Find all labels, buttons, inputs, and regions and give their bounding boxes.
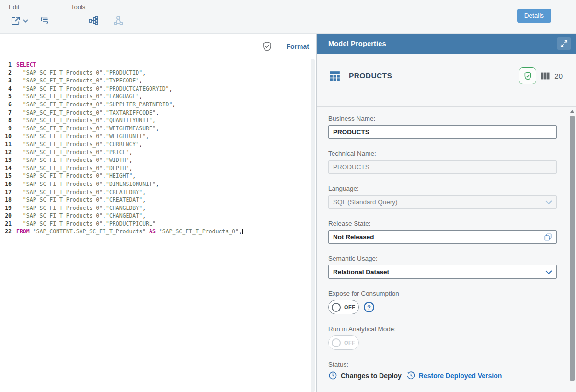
status-label: Status:: [328, 361, 557, 368]
tools-group: Tools: [71, 0, 126, 33]
sql-code-line[interactable]: 1SELECT: [0, 61, 316, 69]
entity-header-row: PRODUCTS 20: [328, 66, 563, 85]
edit-group-label: Edit: [9, 3, 51, 11]
sql-code-text: "SAP_SC_FI_T_Products_0"."DEPTH",: [16, 164, 132, 173]
line-number: 12: [0, 149, 12, 157]
sql-code-line[interactable]: 17 "SAP_SC_FI_T_Products_0"."CREATEDBY",: [0, 188, 316, 196]
sql-code-line[interactable]: 13 "SAP_SC_FI_T_Products_0"."WIDTH",: [0, 156, 316, 164]
language-select: SQL (Standard Query): [328, 195, 557, 209]
editor-scrollbar[interactable]: [311, 59, 315, 392]
sql-code-text: "SAP_SC_FI_T_Products_0"."CHANGEDBY",: [16, 204, 146, 212]
scrollbar-up-arrow-icon[interactable]: [570, 110, 574, 113]
sql-code-line[interactable]: 16 "SAP_SC_FI_T_Products_0"."DIMENSIONUN…: [0, 180, 316, 188]
share-icon: [10, 15, 21, 26]
line-number: 13: [0, 156, 12, 164]
sql-code-line[interactable]: 9 "SAP_SC_FI_T_Products_0"."WEIGHTMEASUR…: [0, 125, 316, 133]
sql-code-text: "SAP_SC_FI_T_Products_0"."TYPECODE",: [16, 77, 142, 85]
sql-code-line[interactable]: 12 "SAP_SC_FI_T_Products_0"."PRICE",: [0, 149, 316, 157]
business-name-value: PRODUCTS: [333, 128, 369, 136]
semantic-usage-select[interactable]: Relational Dataset: [328, 265, 557, 279]
line-number: 7: [0, 109, 12, 117]
technical-name-label: Technical Name:: [328, 150, 557, 157]
technical-name-field: Technical Name: PRODUCTS: [328, 150, 557, 174]
table-icon: [328, 69, 341, 82]
restore-history-icon: [406, 371, 415, 380]
validation-badge[interactable]: [519, 67, 536, 84]
impact-analysis-button: [111, 14, 126, 27]
expose-label: Expose for Consumption: [328, 290, 557, 297]
line-number: 18: [0, 196, 12, 204]
release-state-input[interactable]: Not Released: [328, 230, 557, 244]
sql-code-line[interactable]: 10 "SAP_SC_FI_T_Products_0"."WEIGHTUNIT"…: [0, 132, 316, 140]
sql-code-line[interactable]: 7 "SAP_SC_FI_T_Products_0"."TAXTARIFFCOD…: [0, 109, 316, 117]
line-number: 6: [0, 101, 12, 109]
sql-code-text: "SAP_SC_FI_T_Products_0"."HEIGHT",: [16, 172, 136, 180]
edit-statements-button[interactable]: [37, 14, 51, 27]
sql-code-line[interactable]: 8 "SAP_SC_FI_T_Products_0"."QUANTITYUNIT…: [0, 116, 316, 125]
sql-code-line[interactable]: 2 "SAP_SC_FI_T_Products_0"."PRODUCTID",: [0, 69, 316, 77]
language-label: Language:: [328, 185, 557, 192]
share-button[interactable]: [9, 14, 23, 27]
format-button[interactable]: Format: [287, 43, 310, 50]
sql-code-line[interactable]: 19 "SAP_SC_FI_T_Products_0"."CHANGEDBY",: [0, 204, 316, 212]
sql-editor-pane: Format 1SELECT2 "SAP_SC_FI_T_Products_0"…: [0, 34, 316, 392]
semantic-usage-field: Semantic Usage: Relational Dataset: [328, 255, 557, 279]
sql-code-line[interactable]: 20 "SAP_SC_FI_T_Products_0"."CHANGEDAT",: [0, 212, 316, 220]
properties-form: Business Name: PRODUCTS Technical Name: …: [317, 107, 576, 392]
help-icon[interactable]: ?: [364, 302, 374, 312]
line-number: 1: [0, 61, 12, 69]
deployment-status-text: Changes to Deploy: [341, 372, 402, 380]
sql-code-text: "SAP_SC_FI_T_Products_0"."QUANTITYUNIT",: [16, 116, 156, 125]
top-toolbar: Edit: [0, 0, 576, 34]
sql-code-text: "SAP_SC_FI_T_Products_0"."PRODUCTID",: [16, 69, 146, 77]
expose-toggle[interactable]: OFF: [328, 300, 359, 314]
language-value: SQL (Standard Query): [333, 198, 398, 206]
chevron-down-icon: [545, 270, 552, 274]
panel-scrollbar[interactable]: [569, 107, 575, 392]
expand-icon: [560, 39, 568, 48]
details-button[interactable]: Details: [517, 9, 551, 23]
entity-name: PRODUCTS: [349, 71, 392, 80]
shield-check-icon: [262, 41, 272, 52]
sql-code-text: "SAP_SC_FI_T_Products_0"."CREATEDAT",: [16, 196, 146, 204]
validation-status-button[interactable]: [261, 40, 274, 53]
semantic-usage-label: Semantic Usage:: [328, 255, 557, 262]
chevron-down-icon: [545, 200, 552, 204]
sql-code-line[interactable]: 21 "SAP_SC_FI_T_Products_0"."PRODUCTPICU…: [0, 220, 316, 228]
sql-code-text: "SAP_SC_FI_T_Products_0"."PRODUCTPICURL": [16, 220, 156, 228]
share-menu-arrow[interactable]: [23, 18, 30, 23]
sql-view-editor-window: Edit: [0, 0, 576, 392]
sql-code-line[interactable]: 3 "SAP_SC_FI_T_Products_0"."TYPECODE",: [0, 77, 316, 85]
data-flow-button[interactable]: [86, 14, 101, 27]
sql-code-line[interactable]: 6 "SAP_SC_FI_T_Products_0"."SUPPLIER_PAR…: [0, 101, 316, 109]
scrollbar-thumb[interactable]: [570, 116, 575, 381]
edit-group: Edit: [9, 0, 51, 33]
columns-icon: [541, 72, 550, 80]
toolbar-group-divider: [62, 5, 62, 27]
analytical-mode-field: Run in Analytical Mode: OFF: [328, 325, 557, 350]
line-number: 11: [0, 140, 12, 149]
sql-code-line[interactable]: 18 "SAP_SC_FI_T_Products_0"."CREATEDAT",: [0, 196, 316, 204]
sql-code-line[interactable]: 15 "SAP_SC_FI_T_Products_0"."HEIGHT",: [0, 172, 316, 180]
sql-code-text: "SAP_SC_FI_T_Products_0"."PRODUCTCATEGOR…: [16, 85, 172, 93]
column-count: 20: [554, 72, 563, 80]
release-state-dialog-icon[interactable]: [544, 233, 552, 241]
toggle-state-label: OFF: [344, 304, 356, 310]
panel-header: Model Properties: [317, 34, 576, 54]
analytical-mode-toggle: OFF: [328, 335, 359, 350]
business-name-input[interactable]: PRODUCTS: [328, 125, 557, 139]
sql-code-text: "SAP_SC_FI_T_Products_0"."LANGUAGE",: [16, 92, 142, 101]
line-number: 8: [0, 116, 12, 125]
expand-panel-button[interactable]: [557, 37, 571, 50]
sql-code-text: SELECT: [16, 61, 36, 69]
restore-deployed-version-link[interactable]: Restore Deployed Version: [419, 372, 502, 380]
model-properties-panel: Model Properties PRODUCTS: [316, 34, 576, 392]
line-number: 3: [0, 77, 12, 85]
sql-code-line[interactable]: 11 "SAP_SC_FI_T_Products_0"."CURRENCY",: [0, 140, 316, 149]
sql-code-line[interactable]: 4 "SAP_SC_FI_T_Products_0"."PRODUCTCATEG…: [0, 85, 316, 93]
sql-code-line[interactable]: 5 "SAP_SC_FI_T_Products_0"."LANGUAGE",: [0, 92, 316, 101]
sql-code-line[interactable]: 22FROM "SAP_CONTENT.SAP_SC_FI_T_Products…: [0, 228, 316, 236]
sql-code-line[interactable]: 14 "SAP_SC_FI_T_Products_0"."DEPTH",: [0, 164, 316, 173]
sql-editor[interactable]: 1SELECT2 "SAP_SC_FI_T_Products_0"."PRODU…: [0, 59, 316, 392]
sql-code-text: "SAP_SC_FI_T_Products_0"."CURRENCY",: [16, 140, 142, 149]
